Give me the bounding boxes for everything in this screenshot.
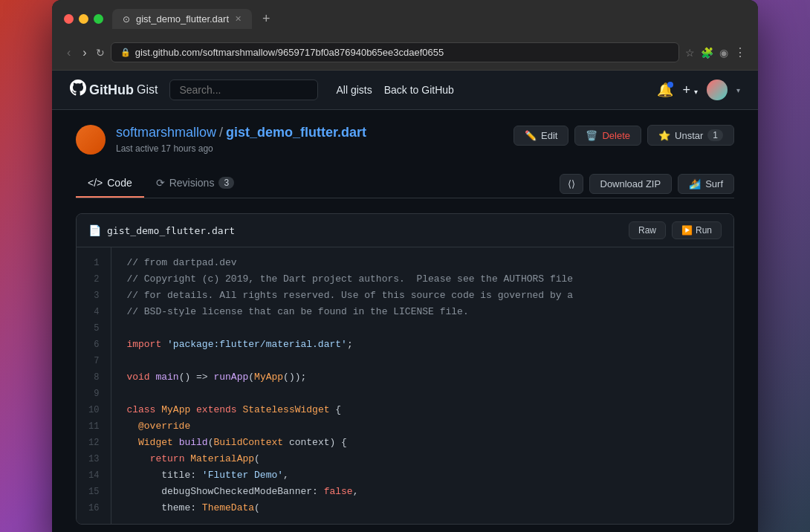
line-number: 7 [88, 353, 99, 369]
run-icon: ▶️ [681, 225, 693, 236]
code-icon: </> [88, 177, 103, 189]
code-filename: 📄 gist_demo_flutter.dart [88, 224, 235, 236]
title-slash: / [219, 125, 223, 140]
unstar-label: Unstar [675, 130, 703, 141]
profile-button[interactable]: ◉ [719, 47, 728, 59]
plus-icon: + [682, 82, 690, 97]
last-active: Last active 17 hours ago [116, 143, 503, 154]
line-number: 15 [88, 484, 99, 500]
line-number: 6 [88, 337, 99, 353]
author-link[interactable]: softmarshmallow [116, 125, 216, 140]
url-bar[interactable]: 🔒 gist.github.com/softmarshmallow/965971… [111, 42, 679, 62]
github-logo[interactable]: GitHub Gist [70, 80, 158, 100]
avatar-chevron-icon: ▾ [736, 86, 740, 94]
browser-menu-button[interactable]: ⋮ [734, 45, 746, 59]
gist-text: Gist [137, 83, 158, 97]
tab-close-button[interactable]: ✕ [235, 14, 242, 24]
surf-icon: 🏄 [689, 178, 701, 189]
gist-info: softmarshmallow / gist_demo_flutter.dart… [116, 125, 503, 154]
code-line: class MyApp extends StatelessWidget { [126, 402, 719, 418]
forward-button[interactable]: › [80, 43, 89, 62]
filename-link[interactable]: gist_demo_flutter.dart [226, 125, 366, 140]
all-gists-link[interactable]: All gists [336, 84, 372, 96]
code-tab[interactable]: </> Code [76, 169, 144, 198]
reload-button[interactable]: ↻ [96, 47, 105, 59]
maximize-button[interactable] [94, 14, 103, 24]
tab-actions: ⟨⟩ Download ZIP 🏄 Surf [560, 174, 735, 194]
create-button[interactable]: + ▾ [682, 82, 698, 98]
line-number: 13 [88, 451, 99, 467]
line-number: 4 [88, 304, 99, 320]
lock-icon: 🔒 [120, 48, 131, 57]
line-numbers: 1 2 3 4 5 6 7 8 9 10 11 12 13 14 [77, 247, 111, 524]
code-line: // BSD-style license that can be found i… [126, 304, 719, 320]
code-line: void main() => runApp(MyApp()); [126, 369, 719, 386]
history-icon: ⟳ [156, 177, 165, 189]
tab-bar: ⊙ gist_demo_flutter.dart ✕ + [112, 9, 746, 29]
code-line: // from dartpad.dev [126, 255, 719, 271]
delete-button[interactable]: 🗑️ Delete [574, 126, 641, 146]
chevron-down-icon: ▾ [694, 88, 698, 96]
active-tab[interactable]: ⊙ gist_demo_flutter.dart ✕ [112, 9, 252, 29]
code-line [126, 353, 719, 369]
back-button[interactable]: ‹ [64, 43, 74, 62]
edit-label: Edit [541, 130, 557, 141]
embed-icon: ⟨⟩ [568, 178, 575, 189]
code-filename-text: gist_demo_flutter.dart [107, 225, 235, 236]
line-number: 3 [88, 288, 99, 304]
bookmark-button[interactable]: ☆ [685, 47, 695, 59]
extensions-button[interactable]: 🧩 [701, 47, 713, 59]
code-header: 📄 gist_demo_flutter.dart Raw ▶️ Run [77, 214, 733, 247]
tab-title: gist_demo_flutter.dart [136, 13, 229, 25]
github-text: GitHub [89, 82, 134, 98]
search-input[interactable] [169, 80, 318, 100]
code-line: // Copyright (c) 2019, the Dart project … [126, 271, 719, 288]
tab-favicon: ⊙ [123, 14, 130, 25]
close-button[interactable] [64, 14, 74, 24]
run-button[interactable]: ▶️ Run [672, 221, 722, 239]
user-avatar[interactable] [707, 80, 728, 100]
revisions-count: 3 [218, 177, 234, 189]
notifications-button[interactable]: 🔔 [657, 82, 673, 98]
line-number: 14 [88, 467, 99, 484]
url-text: gist.github.com/softmarshmallow/9659717b… [135, 47, 670, 58]
line-number: 8 [88, 369, 99, 386]
line-number: 12 [88, 435, 99, 451]
gist-tabs: </> Code ⟳ Revisions 3 ⟨⟩ Download ZIP [76, 169, 734, 198]
code-line: import 'package:flutter/material.dart'; [126, 337, 719, 353]
gist-title: softmarshmallow / gist_demo_flutter.dart [116, 125, 503, 140]
line-number: 1 [88, 255, 99, 271]
star-icon: ⭐ [658, 130, 670, 141]
line-number: 10 [88, 402, 99, 418]
trash-icon: 🗑️ [586, 130, 597, 141]
gist-content: softmarshmallow / gist_demo_flutter.dart… [52, 110, 758, 532]
new-tab-button[interactable]: + [258, 11, 275, 27]
revisions-tab-label: Revisions [169, 177, 215, 189]
surf-button[interactable]: 🏄 Surf [678, 174, 734, 194]
github-nav: All gists Back to GitHub [336, 84, 453, 96]
surf-label: Surf [705, 178, 723, 189]
revisions-tab[interactable]: ⟳ Revisions 3 [144, 169, 246, 198]
code-line: theme: ThemeData( [126, 500, 719, 516]
author-avatar [76, 125, 106, 155]
line-number: 11 [88, 418, 99, 435]
title-bar: ⊙ gist_demo_flutter.dart ✕ + [52, 0, 758, 38]
page-content: GitHub Gist All gists Back to GitHub 🔔 +… [52, 71, 758, 532]
code-line: return MaterialApp( [126, 451, 719, 467]
line-number: 9 [88, 386, 99, 402]
gist-actions: ✏️ Edit 🗑️ Delete ⭐ Unstar 1 [513, 125, 734, 146]
unstar-button[interactable]: ⭐ Unstar 1 [647, 125, 734, 146]
edit-button[interactable]: ✏️ Edit [513, 126, 568, 146]
line-number: 2 [88, 271, 99, 288]
raw-button[interactable]: Raw [629, 221, 666, 239]
delete-label: Delete [602, 130, 630, 141]
embed-button[interactable]: ⟨⟩ [560, 174, 583, 194]
minimize-button[interactable] [79, 14, 88, 24]
code-line: debugShowCheckedModeBanner: false, [126, 484, 719, 500]
back-to-github-link[interactable]: Back to GitHub [384, 84, 454, 96]
code-line [126, 320, 719, 337]
code-line [126, 386, 719, 402]
download-zip-button[interactable]: Download ZIP [589, 174, 673, 194]
tab-list: </> Code ⟳ Revisions 3 [76, 169, 560, 198]
code-content: 1 2 3 4 5 6 7 8 9 10 11 12 13 14 [77, 247, 733, 524]
